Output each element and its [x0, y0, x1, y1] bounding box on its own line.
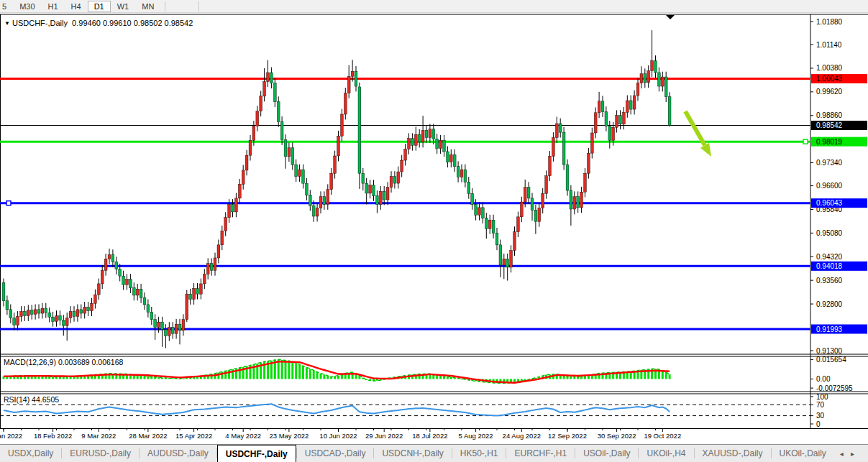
- price-badge-label: 1.00043: [816, 75, 843, 83]
- price-tick-label: 0.98860: [816, 111, 843, 119]
- toolbar-separator: [165, 1, 165, 11]
- timeframe-button-5[interactable]: 5: [0, 1, 13, 12]
- price-tick-label: 0.93560: [816, 277, 843, 285]
- timeframe-button-d1[interactable]: D1: [88, 1, 111, 12]
- chart-title: ▼ USDCHF-,Daily 0.99460 0.99610 0.98502 …: [4, 19, 193, 27]
- tab-usdx-daily[interactable]: USDX,Daily: [0, 445, 61, 462]
- date-tick-label: 15 Apr 2022: [175, 432, 212, 440]
- down-arrow-annotation[interactable]: [685, 111, 705, 145]
- chart-symbol-label: USDCHF-,Daily: [12, 19, 68, 27]
- date-tick-label: 18 Feb 2022: [34, 432, 72, 440]
- tab-xauusd-daily[interactable]: XAUUSD-,Daily: [695, 445, 771, 462]
- timeframe-button-h4[interactable]: H4: [65, 1, 88, 12]
- price-tick-label: 0.96600: [816, 182, 843, 190]
- symbol-dropdown-icon[interactable]: ▼: [4, 20, 10, 27]
- chart-ohlc-values: 0.99460 0.99610 0.98502 0.98542: [72, 19, 193, 27]
- symbol-tab-bar: USDX,DailyEURUSD-,DailyAUDUSD-,DailyUSDC…: [0, 444, 868, 462]
- rsi-line: [4, 404, 670, 415]
- price-tick-label: 0.91300: [816, 347, 843, 355]
- rsi-tick-label: 100: [816, 393, 828, 401]
- rsi-name: RSI(14): [4, 395, 29, 404]
- date-tick-label: 5 Aug 2022: [459, 432, 493, 440]
- date-tick-label: 10 Jun 2022: [319, 432, 357, 440]
- tab-scroll-left-icon[interactable]: ◂: [840, 450, 844, 458]
- tab-scroll-right-icon[interactable]: ▸: [851, 450, 854, 458]
- date-tick-label: 19 Oct 2022: [644, 432, 681, 440]
- rsi-tick-label: 0: [816, 420, 821, 428]
- date-axis: 31 Jan 202218 Feb 20229 Mar 202228 Mar 2…: [0, 429, 681, 440]
- price-tick-label: 1.01880: [816, 18, 843, 26]
- date-tick-label: 12 Sep 2022: [548, 432, 587, 440]
- tab-eurusd-daily[interactable]: EURUSD-,Daily: [62, 445, 139, 462]
- line-handle[interactable]: [803, 139, 808, 144]
- rsi-tick-label: 30: [816, 412, 825, 420]
- down-arrow-head[interactable]: [700, 143, 711, 157]
- price-tick-label: 1.00380: [816, 64, 843, 72]
- rsi-tick-label: 70: [816, 401, 825, 409]
- rsi-value: 44.6505: [32, 395, 59, 404]
- timeframe-toolbar: 5M30H1H4D1W1MN: [0, 0, 868, 13]
- chart-frame: [0, 14, 868, 429]
- date-tick-label: 23 May 2022: [269, 432, 309, 440]
- tab-usoil-daily[interactable]: USOil-,Daily: [575, 445, 638, 462]
- price-tick-label: 0.92800: [816, 300, 843, 308]
- rsi-indicator-label: RSI(14) 44.6505: [4, 395, 59, 404]
- tab-ukoil-daily[interactable]: UKOil-,Daily: [772, 445, 834, 462]
- date-tick-label: 18 Jul 2022: [412, 432, 447, 440]
- date-tick-label: 29 Jun 2022: [365, 432, 403, 440]
- date-tick-label: 9 Mar 2022: [81, 432, 116, 440]
- line-handle[interactable]: [6, 201, 11, 205]
- price-chart-svg[interactable]: 1.018801.011401.003800.996200.988600.973…: [0, 13, 868, 462]
- date-tick-label: 31 Jan 2022: [0, 432, 22, 440]
- tab-eurchf-h1[interactable]: EURCHF-,H1: [506, 445, 575, 462]
- tab-hk50-h1[interactable]: HK50-,H1: [452, 445, 506, 462]
- price-tick-label: 0.94320: [816, 253, 843, 261]
- rsi-panel: 10070300: [0, 393, 828, 428]
- price-tick-label: 0.95080: [816, 229, 843, 237]
- macd-panel: 0.0156540.00-0.0072595: [3, 356, 854, 392]
- price-badge-label: 0.98542: [816, 121, 843, 129]
- timeframe-button-m30[interactable]: M30: [13, 1, 41, 12]
- tab-usdcad-daily[interactable]: USDCAD-,Daily: [297, 445, 374, 462]
- price-badge-label: 0.98019: [816, 138, 843, 146]
- date-tick-label: 30 Sep 2022: [598, 432, 636, 440]
- tab-ukoil-h4[interactable]: UKOil-,H4: [639, 445, 693, 462]
- toolbar-separator: [198, 1, 199, 11]
- trading-platform-window: { "toolbar": { "timeframes": [ {"label":…: [0, 0, 868, 462]
- date-tick-label: 28 Mar 2022: [129, 432, 167, 440]
- macd-values: 0.003689 0.006168: [58, 358, 124, 366]
- macd-tick-label: 0.015654: [816, 356, 846, 364]
- macd-tick-label: 0.00: [816, 375, 831, 383]
- price-badge-label: 0.94018: [816, 262, 843, 270]
- tab-usdchf-daily[interactable]: USDCHF-,Daily: [217, 445, 296, 462]
- date-tick-label: 4 May 2022: [225, 432, 261, 440]
- price-tick-label: 0.97340: [816, 159, 843, 167]
- macd-tick-label: -0.0072595: [816, 384, 853, 392]
- price-badge-label: 0.91993: [816, 325, 843, 333]
- price-axis: 1.018801.011401.003800.996200.988600.973…: [810, 18, 867, 355]
- timeframe-button-h1[interactable]: H1: [42, 1, 65, 12]
- tab-usdcnh-daily[interactable]: USDCNH-,Daily: [374, 445, 451, 462]
- tab-scroll-controls: ◂▸: [840, 445, 860, 462]
- timeframe-button-mn[interactable]: MN: [135, 1, 160, 12]
- price-tick-label: 0.99620: [816, 88, 843, 96]
- price-badge-label: 0.96043: [816, 199, 843, 207]
- tab-audusd-daily[interactable]: AUDUSD-,Daily: [140, 445, 216, 462]
- macd-indicator-label: MACD(12,26,9) 0.003689 0.006168: [4, 358, 123, 366]
- timeframe-button-w1[interactable]: W1: [111, 1, 136, 12]
- price-tick-label: 1.01140: [816, 41, 842, 49]
- chart-shift-marker-icon[interactable]: [666, 15, 675, 19]
- date-tick-label: 24 Aug 2022: [503, 432, 541, 440]
- macd-name: MACD(12,26,9): [4, 358, 56, 366]
